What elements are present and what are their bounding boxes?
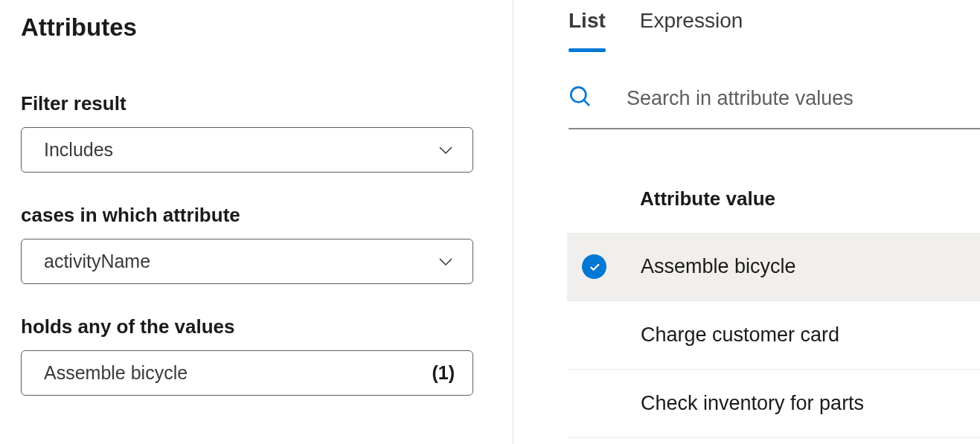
value-list: Assemble bicycle Charge customer card Ch… (567, 233, 980, 438)
filter-result-label: Filter result (21, 92, 492, 115)
filter-result-group: Filter result Includes (21, 92, 492, 173)
values-select[interactable]: Assemble bicycle (1) (21, 350, 473, 396)
attributes-panel: Attributes Filter result Includes cases … (0, 0, 513, 444)
list-item[interactable]: Check inventory for parts (567, 370, 980, 438)
checkbox-icon (582, 391, 606, 416)
attribute-select[interactable]: activityName (21, 239, 473, 284)
values-group: holds any of the values Assemble bicycle… (21, 315, 492, 396)
search-input[interactable] (627, 87, 980, 110)
filter-result-select[interactable]: Includes (21, 127, 473, 173)
filter-result-value: Includes (44, 139, 113, 161)
list-item[interactable]: Charge customer card (567, 301, 980, 370)
main-container: Attributes Filter result Includes cases … (0, 0, 980, 444)
values-count: (1) (432, 362, 455, 384)
svg-line-1 (584, 100, 589, 106)
search-icon (569, 85, 592, 112)
checkbox-icon (582, 254, 606, 279)
values-value: Assemble bicycle (44, 362, 188, 384)
attribute-value: activityName (44, 251, 150, 272)
checkbox-icon (582, 323, 606, 347)
attribute-value-header: Attribute value (513, 187, 980, 210)
svg-point-0 (571, 87, 586, 102)
search-row (569, 85, 980, 129)
chevron-down-icon (437, 253, 455, 271)
attribute-group: cases in which attribute activityName (21, 204, 492, 284)
attribute-label: cases in which attribute (21, 204, 492, 227)
tabs: List Expression (513, 9, 980, 52)
list-item[interactable]: Assemble bicycle (567, 233, 980, 301)
values-panel: List Expression Attribute value Assemble… (513, 0, 980, 444)
value-label: Charge customer card (641, 324, 839, 347)
values-label: holds any of the values (21, 315, 492, 338)
tab-list[interactable]: List (569, 9, 606, 52)
panel-title: Attributes (21, 13, 492, 42)
value-label: Check inventory for parts (641, 392, 864, 415)
tab-expression[interactable]: Expression (640, 9, 743, 52)
value-label: Assemble bicycle (641, 255, 796, 278)
chevron-down-icon (437, 141, 455, 159)
